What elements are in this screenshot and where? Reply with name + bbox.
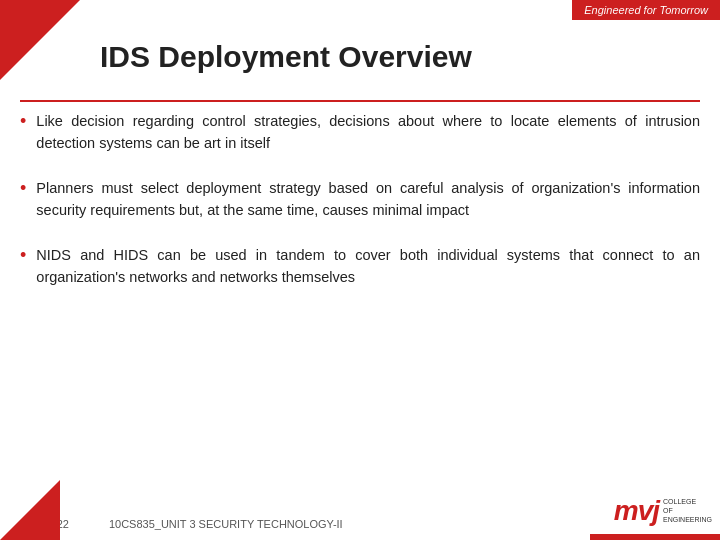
accent-bottom-left [0, 480, 60, 540]
logo-container: mvj COLLEGE OF ENGINEERING [614, 495, 712, 527]
bullet-text-2: Planners must select deployment strategy… [36, 177, 700, 222]
logo-college-text: COLLEGE OF ENGINEERING [663, 497, 712, 524]
slide: Engineered for Tomorrow IDS Deployment O… [0, 0, 720, 540]
logo-area: mvj COLLEGE OF ENGINEERING [590, 485, 720, 540]
bullet-item-2: • Planners must select deployment strate… [20, 177, 700, 222]
footer: 1/11/2022 10CS835_UNIT 3 SECURITY TECHNO… [20, 518, 580, 530]
bullet-dot-3: • [20, 245, 26, 266]
logo-mvj-text: mvj [614, 495, 659, 527]
title-divider [20, 100, 700, 102]
header-tagline: Engineered for Tomorrow [572, 0, 720, 20]
bullet-item-3: • NIDS and HIDS can be used in tandem to… [20, 244, 700, 289]
accent-top-left [0, 0, 80, 80]
footer-course: 10CS835_UNIT 3 SECURITY TECHNOLOGY-II [109, 518, 343, 530]
content-area: • Like decision regarding control strate… [20, 110, 700, 480]
bullet-text-1: Like decision regarding control strategi… [36, 110, 700, 155]
slide-title: IDS Deployment Overview [100, 40, 700, 74]
bullet-dot-1: • [20, 111, 26, 132]
bullet-item-1: • Like decision regarding control strate… [20, 110, 700, 155]
bullet-dot-2: • [20, 178, 26, 199]
bullet-text-3: NIDS and HIDS can be used in tandem to c… [36, 244, 700, 289]
